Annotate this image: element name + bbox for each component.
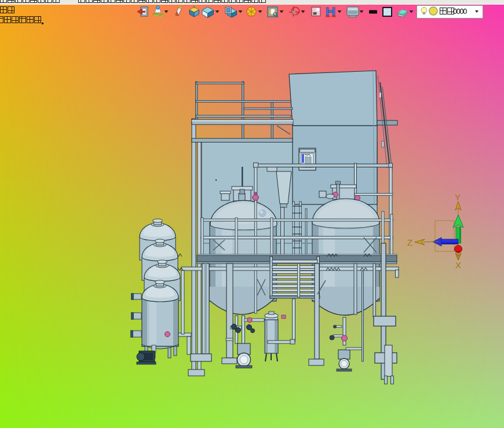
svg-text:Y: Y bbox=[455, 192, 461, 202]
svg-text:Z: Z bbox=[407, 237, 412, 247]
svg-text:X: X bbox=[455, 260, 461, 270]
